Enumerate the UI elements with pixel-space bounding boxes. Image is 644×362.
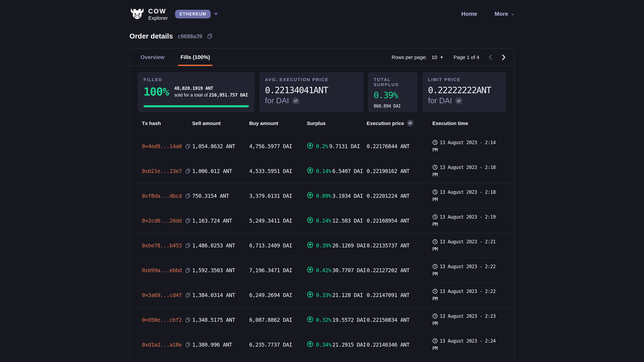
tx-hash-link[interactable]: 0xf8da...dbcd — [142, 193, 182, 199]
execution-time-text: 13 August 2023 - 2:23 PM — [432, 313, 496, 326]
surplus-amount: 21.2915 DAI — [332, 342, 366, 348]
surplus-cell: 0.34% 21.2915 DAI — [307, 341, 366, 349]
main-content: Order details c0688a39 Overview Fills (1… — [130, 32, 514, 362]
buy-amount: 6,087.8862 DAI — [249, 317, 307, 323]
tabs-bar: Overview Fills (100%) Rows per page: 10 … — [130, 49, 514, 66]
surplus-up-icon — [307, 192, 313, 200]
page-title-row: Order details c0688a39 — [130, 32, 514, 40]
filled-card: FILLED 100% 48,020.1919 ANT sold for a t… — [138, 72, 254, 112]
buy-amount: 6,713.2409 DAI — [249, 242, 307, 249]
tx-hash-link[interactable]: 0×4ed9...14a0 — [142, 143, 182, 149]
avg-execution-price-card: AVG. EXECUTION PRICE 0.22134041ANT for D… — [259, 72, 363, 112]
swap-icon[interactable]: ⇄ — [407, 120, 414, 126]
copy-icon[interactable] — [185, 243, 190, 248]
execution-price: 0.22135737 ANT — [366, 242, 432, 249]
tx-hash-link[interactable]: 0xbe78...b453 — [142, 242, 182, 249]
tab-overview[interactable]: Overview — [138, 49, 167, 66]
tx-hash-link[interactable]: 0×3a69...cd4f — [142, 292, 182, 298]
clock-icon — [432, 189, 438, 195]
copy-icon[interactable] — [185, 218, 190, 224]
sell-amount: 1,348.5175 ANT — [192, 317, 249, 323]
surplus-amount: 9.7131 DAI — [329, 143, 360, 149]
surplus-percent: 0.14% — [316, 168, 331, 174]
surplus-up-icon — [307, 242, 313, 249]
nav-home[interactable]: Home — [461, 11, 477, 17]
copy-icon[interactable] — [207, 33, 212, 39]
surplus-percent: 0.42% — [316, 267, 331, 274]
filled-progress-bar — [144, 105, 249, 107]
tab-fills[interactable]: Fills (100%) — [178, 49, 213, 66]
surplus-amount: 3.1934 DAI — [332, 193, 363, 199]
tx-hash-link[interactable]: 0xb99a...ebbd — [142, 267, 182, 274]
limit-price-label: LIMIT PRICE — [428, 77, 500, 82]
surplus-up-icon — [307, 267, 313, 274]
surplus-amount: 6.5407 DAI — [332, 168, 363, 174]
surplus-amount: 30.7707 DAI — [332, 267, 366, 274]
fills-panel: Overview Fills (100%) Rows per page: 10 … — [130, 48, 514, 362]
execution-price: 0.22168954 ANT — [366, 218, 432, 224]
buy-amount: 7,196.3471 DAI — [249, 267, 307, 274]
buy-amount: 4,533.5951 DAI — [249, 168, 307, 174]
next-page-button[interactable] — [502, 54, 506, 60]
column-buy-amount: Buy amount — [249, 120, 307, 126]
rows-per-page-label: Rows per page: — [392, 54, 427, 60]
tx-hash-link[interactable]: 0×2cd0...26dd — [142, 218, 182, 224]
table-row: 0xb99a...ebbd 1,592.3503 ANT 7,196.3471 … — [130, 258, 514, 283]
execution-time-text: 13 August 2023 - 2:18 PM — [432, 189, 496, 202]
rows-per-page-value: 10 — [432, 54, 437, 60]
surplus-cell: 0.33% 21.128 DAI — [307, 291, 366, 299]
table-row: 0xbe78...b453 1,486.0253 ANT 6,713.2409 … — [130, 233, 514, 258]
tx-hash-link[interactable]: 0xb21e...23e7 — [142, 168, 182, 174]
avg-price-for-label: for DAI — [265, 96, 289, 105]
surplus-up-icon — [307, 217, 313, 225]
table-row: 0xb21e...23e7 1,006.012 ANT 4,533.5951 D… — [130, 159, 514, 183]
table-row: 0×2cd0...26dd 1,163.724 ANT 5,249.3411 D… — [130, 208, 514, 233]
execution-time-text: 13 August 2023 - 2:22 PM — [432, 264, 496, 276]
swap-icon[interactable]: ⇄ — [292, 97, 299, 104]
cow-logo-icon — [130, 8, 145, 20]
surplus-percent: 0.2% — [316, 143, 328, 149]
sell-amount: 1,380.996 ANT — [192, 342, 249, 348]
summary-cards: FILLED 100% 48,020.1919 ANT sold for a t… — [130, 66, 514, 112]
surplus-cell: 0.14% 6.5407 DAI — [307, 167, 366, 175]
swap-icon[interactable]: ⇄ — [455, 97, 462, 104]
top-bar: COW Explorer ETHEREUM Home More ⌄ — [0, 0, 644, 28]
nav-more[interactable]: More ⌄ — [494, 11, 514, 17]
sell-amount: 1,054.8632 ANT — [192, 143, 249, 149]
execution-time: 13 August 2023 - 2:23 PM — [432, 313, 502, 327]
execution-price: 0.22201224 ANT — [366, 193, 432, 199]
surplus-up-icon — [307, 291, 313, 299]
clock-icon — [432, 264, 438, 269]
execution-time: 13 August 2023 - 2:18 PM — [432, 164, 502, 178]
execution-time-text: 13 August 2023 - 2:19 PM — [432, 214, 496, 227]
tx-hash-link[interactable]: 0xd1a2...a18e — [142, 342, 182, 348]
column-surplus: Surplus — [307, 120, 366, 126]
execution-price: 0.22147091 ANT — [366, 292, 432, 298]
copy-icon[interactable] — [185, 268, 190, 273]
prev-page-button[interactable] — [488, 54, 493, 60]
execution-time: 13 August 2023 - 2:18 PM — [432, 189, 502, 203]
surplus-cell: 0.39% 26.1269 DAI — [307, 242, 366, 249]
copy-icon[interactable] — [185, 193, 190, 199]
copy-icon[interactable] — [185, 168, 190, 174]
filled-percent: 100% — [144, 85, 169, 98]
network-selector[interactable]: ETHEREUM — [175, 10, 218, 18]
clock-icon — [432, 313, 438, 319]
filled-sold-amount: 48,020.1919 ANT — [174, 85, 213, 91]
column-execution-time: Execution time — [432, 120, 502, 126]
execution-price: 0.22176844 ANT — [366, 143, 432, 149]
tx-hash-link[interactable]: 0×050e...cbf2 — [142, 317, 182, 323]
execution-time: 13 August 2023 - 2:24 PM — [432, 338, 502, 352]
limit-price-for-label: for DAI — [428, 96, 452, 105]
copy-icon[interactable] — [185, 143, 190, 149]
limit-price-card: LIMIT PRICE 0.22222222ANT for DAI ⇄ — [422, 72, 506, 112]
table-row: 0xf8da...dbcd 750.3154 ANT 3,379.6131 DA… — [130, 183, 514, 208]
copy-icon[interactable] — [185, 292, 190, 298]
copy-icon[interactable] — [185, 342, 190, 348]
copy-icon[interactable] — [185, 317, 190, 323]
rows-per-page-select[interactable]: 10 ▼ — [432, 54, 444, 60]
order-id: c0688a39 — [178, 33, 202, 39]
nav-more-label: More — [494, 11, 508, 17]
execution-price: 0.22127202 ANT — [366, 267, 432, 274]
logo[interactable]: COW Explorer — [130, 8, 168, 20]
